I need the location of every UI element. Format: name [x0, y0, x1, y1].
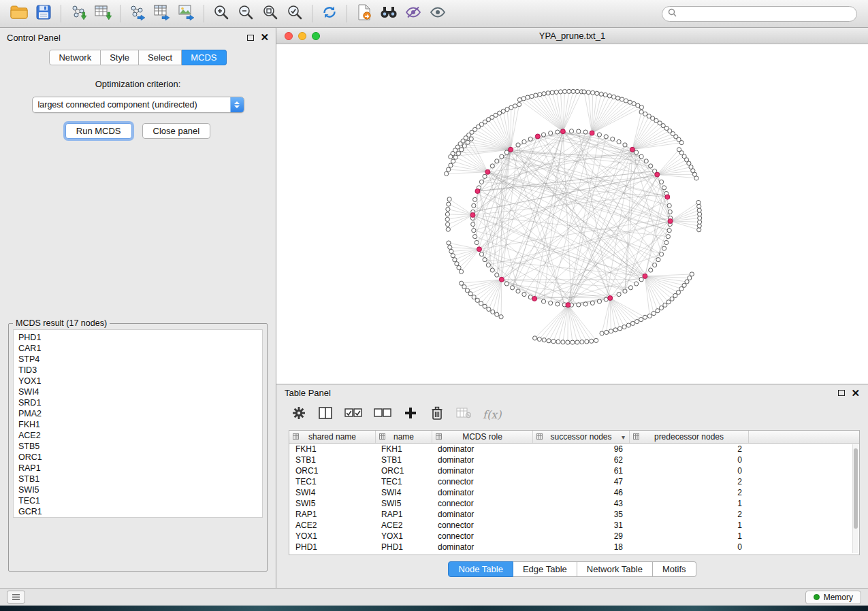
deselect-all-rows-button[interactable] — [374, 406, 391, 423]
mcds-result-node[interactable]: STB1 — [14, 474, 262, 484]
import-network-button[interactable] — [66, 3, 91, 24]
tab-network[interactable]: Network — [49, 50, 101, 65]
column-header-MCDS-role[interactable]: MCDS role — [432, 431, 533, 443]
tab-edge-table[interactable]: Edge Table — [513, 561, 577, 577]
column-header-name[interactable]: name — [376, 431, 432, 443]
close-panel-button[interactable]: Close panel — [142, 123, 211, 139]
table-row[interactable]: STB1STB1dominator620 — [289, 455, 852, 465]
table-cell: RAP1 — [289, 509, 376, 520]
tab-select[interactable]: Select — [139, 50, 182, 65]
find-button[interactable] — [376, 3, 401, 24]
mcds-result-node[interactable]: STP4 — [14, 354, 262, 365]
mcds-result-node[interactable]: CAR1 — [14, 343, 262, 354]
hide-details-button[interactable] — [401, 3, 425, 24]
mcds-result-node[interactable]: ACE2 — [14, 430, 262, 441]
mcds-result-node[interactable]: ORC1 — [14, 452, 262, 463]
table-cell: 29 — [533, 531, 630, 542]
export-table-button[interactable] — [150, 3, 174, 24]
delete-column-button[interactable] — [430, 406, 445, 423]
table-settings-button[interactable] — [291, 406, 306, 423]
table-row[interactable]: PHD1PHD1dominator180 — [289, 542, 852, 552]
toolbar-separator — [347, 5, 347, 22]
window-minimize-button[interactable] — [298, 32, 306, 40]
table-cell: 2 — [630, 444, 749, 455]
tab-motifs[interactable]: Motifs — [653, 561, 696, 577]
float-table-panel-icon[interactable] — [838, 390, 845, 396]
mcds-result-node[interactable]: SWI5 — [14, 484, 262, 495]
dropdown-arrows-icon — [230, 97, 244, 112]
search-box[interactable] — [662, 6, 857, 22]
close-panel-icon[interactable]: ✕ — [260, 34, 269, 41]
zoom-out-button[interactable] — [234, 3, 258, 24]
mcds-result-node[interactable]: TID3 — [14, 365, 262, 376]
mcds-result-node[interactable]: PMA2 — [14, 408, 262, 419]
table-cell: YOX1 — [376, 531, 432, 542]
import-table-button[interactable] — [91, 3, 115, 24]
toolbar-separator — [120, 5, 120, 22]
export-image-button[interactable] — [174, 3, 199, 24]
mcds-result-node[interactable]: SRD1 — [14, 397, 262, 408]
close-table-panel-icon[interactable]: ✕ — [851, 390, 860, 397]
table-cell: dominator — [432, 465, 533, 476]
select-all-rows-button[interactable] — [344, 406, 362, 423]
network-window-title: YPA_prune.txt_1 — [276, 31, 868, 41]
window-zoom-button[interactable] — [312, 32, 320, 40]
network-canvas[interactable] — [276, 44, 868, 384]
criterion-dropdown[interactable]: largest connected component (undirected) — [32, 97, 244, 113]
mcds-result-list[interactable]: PHD1CAR1STP4TID3YOX1SWI4SRD1PMA2FKH1ACE2… — [13, 329, 263, 518]
export-document-button[interactable] — [352, 3, 376, 24]
run-mcds-button[interactable]: Run MCDS — [65, 123, 132, 139]
tab-style[interactable]: Style — [101, 50, 139, 65]
function-builder-button[interactable]: f(x) — [483, 406, 501, 423]
table-row[interactable]: ACE2ACE2connector311 — [289, 520, 852, 531]
mcds-result-node[interactable]: GCR1 — [14, 506, 262, 517]
zoom-in-button[interactable] — [209, 3, 234, 24]
open-session-button[interactable] — [7, 3, 31, 24]
table-row[interactable]: FKH1FKH1dominator962 — [289, 444, 852, 455]
save-session-button[interactable] — [31, 3, 56, 24]
zoom-fit-button[interactable] — [258, 3, 283, 24]
zoom-selected-button[interactable] — [283, 3, 307, 24]
table-header-row: shared namenameMCDS rolesuccessor nodes▾… — [289, 431, 859, 444]
table-row[interactable]: YOX1YOX1connector291 — [289, 531, 852, 542]
right-pane: YPA_prune.txt_1 Table Panel ✕ — [276, 28, 868, 588]
table-scrollbar[interactable] — [852, 444, 858, 553]
tab-mcds[interactable]: MCDS — [182, 50, 226, 65]
table-row[interactable]: SWI4SWI4dominator462 — [289, 487, 852, 498]
mcds-result-node[interactable]: TEC1 — [14, 495, 262, 506]
column-header-predecessor-nodes[interactable]: predecessor nodes — [630, 431, 749, 443]
plus-icon — [404, 407, 417, 422]
search-input[interactable] — [681, 9, 851, 18]
memory-button[interactable]: Memory — [805, 591, 861, 604]
add-column-button[interactable] — [403, 406, 418, 423]
criterion-dropdown-value: largest connected component (undirected) — [33, 100, 230, 110]
mcds-result-node[interactable]: RAP1 — [14, 463, 262, 474]
tab-node-table[interactable]: Node Table — [448, 561, 513, 577]
float-panel-icon[interactable] — [247, 35, 254, 41]
table-scrollbar-thumb[interactable] — [854, 448, 858, 529]
column-header-successor-nodes[interactable]: successor nodes▾ — [533, 431, 630, 443]
table-cell: 18 — [533, 542, 630, 552]
mcds-result-node[interactable]: PHD1 — [14, 332, 262, 343]
table-row[interactable]: TEC1TEC1connector472 — [289, 476, 852, 487]
memory-label: Memory — [824, 593, 853, 602]
refresh-button[interactable] — [317, 3, 342, 24]
column-type-icon — [436, 433, 442, 440]
show-details-button[interactable] — [425, 3, 450, 24]
mcds-result-node[interactable]: FKH1 — [14, 419, 262, 430]
search-icon — [668, 7, 677, 20]
export-network-button[interactable] — [125, 3, 150, 24]
task-history-button[interactable] — [7, 591, 25, 604]
window-close-button[interactable] — [285, 32, 293, 40]
mcds-result-node[interactable]: SWI4 — [14, 386, 262, 397]
mcds-result-node[interactable]: STB5 — [14, 441, 262, 452]
table-cell: dominator — [432, 542, 533, 552]
tab-network-table[interactable]: Network Table — [577, 561, 653, 577]
column-visibility-button[interactable] — [318, 406, 333, 423]
table-row[interactable]: ORC1ORC1dominator610 — [289, 465, 852, 476]
mcds-result-node[interactable]: YOX1 — [14, 376, 262, 386]
table-row[interactable]: SWI5SWI5connector431 — [289, 498, 852, 509]
column-header-shared-name[interactable]: shared name — [289, 431, 376, 443]
table-row[interactable]: RAP1RAP1dominator352 — [289, 509, 852, 520]
table-cell: 47 — [533, 476, 630, 487]
